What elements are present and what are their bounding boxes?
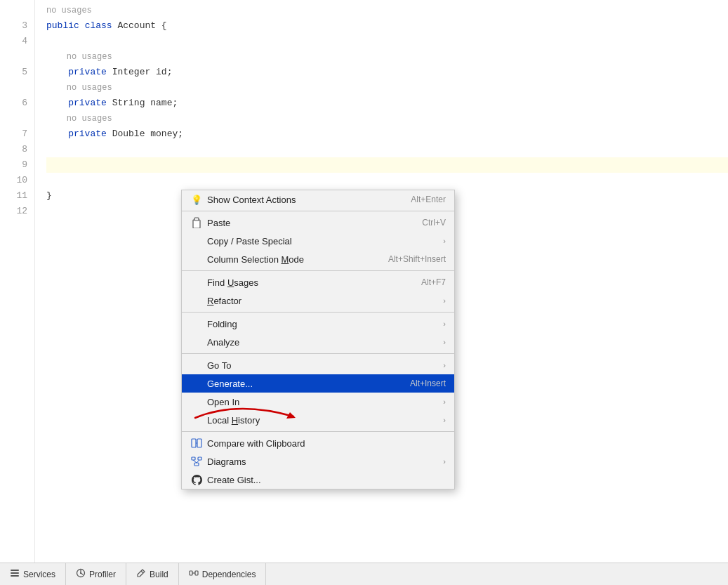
menu-item-analyze[interactable]: Analyze › (182, 333, 454, 351)
arrow-right-icon: › (443, 237, 446, 245)
svg-rect-11 (11, 570, 19, 571)
compare-icon (189, 438, 204, 448)
separator-1 (182, 211, 454, 211)
line-numbers: 3 4 5 6 7 8 9 10 11 12 (0, 0, 35, 563)
arrow-right-icon-diagrams: › (443, 457, 446, 466)
arrow-right-icon-goto: › (443, 361, 446, 369)
status-item-dependencies[interactable]: Dependencies (179, 563, 267, 585)
separator-4 (182, 353, 454, 354)
svg-rect-3 (197, 439, 201, 447)
status-item-build[interactable]: Build (126, 563, 179, 585)
separator-5 (182, 431, 454, 432)
svg-rect-2 (192, 439, 196, 447)
menu-item-compare-clipboard[interactable]: Compare with Clipboard (182, 434, 454, 452)
arrow-right-icon-folding: › (443, 320, 446, 328)
svg-rect-1 (194, 218, 199, 221)
status-item-profiler[interactable]: Profiler (66, 563, 126, 585)
menu-item-paste[interactable]: Paste Ctrl+V (182, 213, 454, 232)
dependencies-label: Dependencies (202, 570, 256, 579)
arrow-right-icon-analyze: › (443, 338, 446, 346)
dependencies-icon (189, 568, 199, 580)
svg-point-15 (80, 572, 81, 574)
services-icon (10, 568, 20, 580)
status-bar: Services Profiler Build (0, 563, 728, 585)
bulb-icon: 💡 (189, 195, 204, 205)
separator-3 (182, 312, 454, 313)
build-icon (136, 568, 146, 580)
svg-rect-7 (194, 463, 199, 466)
diagrams-icon (189, 456, 204, 466)
context-menu: 💡 Show Context Actions Alt+Enter Paste C… (181, 190, 455, 489)
svg-rect-18 (195, 571, 198, 575)
status-item-services[interactable]: Services (0, 563, 66, 585)
menu-item-local-history[interactable]: Local History › (182, 411, 454, 429)
build-label: Build (150, 570, 168, 579)
profiler-icon (76, 568, 86, 580)
arrow-right-icon-refactor: › (443, 296, 446, 305)
paste-icon (189, 217, 204, 228)
menu-item-diagrams[interactable]: Diagrams › (182, 452, 454, 471)
svg-line-16 (141, 571, 143, 573)
svg-rect-17 (190, 571, 192, 575)
svg-rect-5 (192, 457, 195, 460)
menu-item-create-gist[interactable]: Create Gist... (182, 471, 454, 489)
menu-item-open-in[interactable]: Open In › (182, 393, 454, 411)
menu-item-generate[interactable]: Generate... Alt+Insert (182, 374, 454, 393)
menu-item-show-context-actions[interactable]: 💡 Show Context Actions Alt+Enter (182, 190, 454, 209)
arrow-right-icon-open-in: › (443, 397, 446, 406)
menu-item-copy-paste-special[interactable]: Copy / Paste Special › (182, 232, 454, 250)
menu-item-find-usages[interactable]: Find Usages Alt+F7 (182, 273, 454, 291)
profiler-label: Profiler (89, 570, 116, 579)
arrow-right-icon-local-history: › (443, 416, 446, 424)
separator-2 (182, 270, 454, 271)
menu-item-goto[interactable]: Go To › (182, 356, 454, 374)
svg-line-8 (193, 460, 197, 463)
svg-rect-6 (198, 457, 201, 460)
menu-item-refactor[interactable]: Refactor › (182, 291, 454, 310)
github-icon (189, 475, 204, 485)
svg-rect-12 (11, 572, 19, 574)
menu-item-column-selection[interactable]: Column Selection Mode Alt+Shift+Insert (182, 250, 454, 268)
menu-item-folding[interactable]: Folding › (182, 315, 454, 333)
services-label: Services (23, 570, 55, 579)
svg-rect-13 (11, 575, 19, 577)
svg-rect-0 (193, 220, 200, 228)
